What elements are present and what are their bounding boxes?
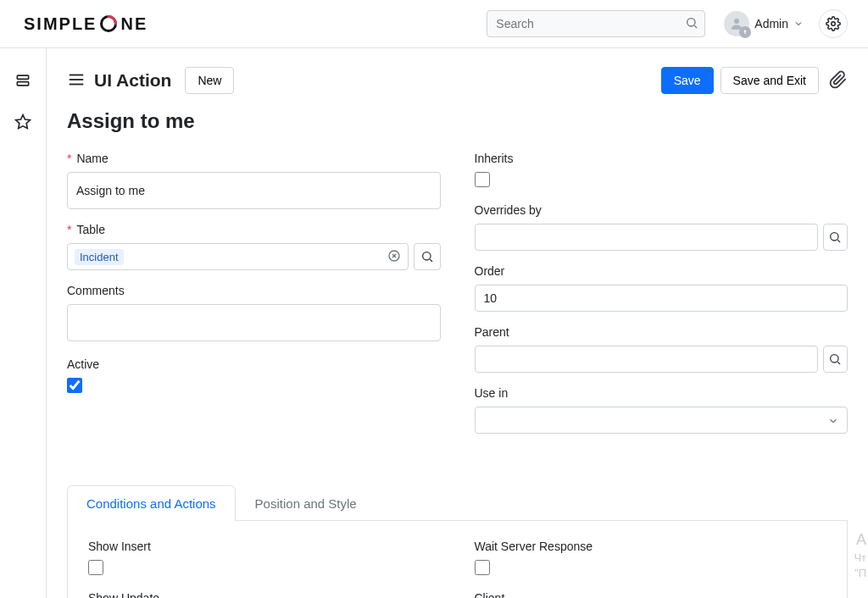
- search-icon: [828, 230, 842, 244]
- parent-lookup-button[interactable]: [823, 346, 848, 373]
- inherits-label: Inherits: [475, 152, 849, 165]
- gear-icon: [826, 16, 841, 31]
- svg-line-15: [430, 259, 432, 262]
- global-header: SIMPLE NE Admin: [0, 0, 868, 48]
- tab-conditions[interactable]: Conditions and Actions: [67, 485, 236, 521]
- settings-button[interactable]: [819, 9, 848, 38]
- entity-title: UI Action: [94, 70, 171, 91]
- svg-line-2: [694, 25, 697, 28]
- parent-field[interactable]: [475, 346, 818, 373]
- table-field[interactable]: Incident: [67, 243, 409, 270]
- ghost-overlay: А Чт "П: [854, 529, 866, 582]
- overrides-field[interactable]: [475, 224, 818, 251]
- brand-logo: SIMPLE NE: [24, 14, 147, 34]
- page-title: Assign to me: [67, 109, 848, 133]
- search-icon: [828, 352, 842, 366]
- attachment-button[interactable]: [829, 70, 848, 91]
- search-input[interactable]: [487, 10, 705, 37]
- active-checkbox[interactable]: [67, 378, 82, 393]
- order-field[interactable]: [475, 285, 849, 312]
- use-in-select[interactable]: [475, 407, 849, 434]
- clear-icon[interactable]: [387, 249, 401, 265]
- search-icon: [685, 16, 698, 32]
- svg-point-1: [687, 19, 695, 26]
- svg-rect-6: [17, 82, 28, 86]
- order-label: Order: [475, 264, 849, 278]
- wait-server-label: Wait Server Response: [475, 540, 827, 553]
- client-label: Client: [475, 591, 827, 598]
- main-content: UI Action New Save Save and Exit Assign …: [47, 48, 868, 598]
- parent-label: Parent: [475, 325, 849, 339]
- lists-icon: [14, 72, 31, 89]
- brand-ring-icon: [98, 14, 119, 34]
- active-label: Active: [67, 357, 441, 371]
- new-button[interactable]: New: [185, 67, 234, 94]
- form: Name Table Incident: [67, 152, 848, 447]
- svg-point-16: [831, 233, 838, 241]
- overrides-label: Overrides by: [475, 203, 849, 217]
- svg-point-3: [734, 19, 739, 24]
- save-exit-button[interactable]: Save and Exit: [721, 67, 819, 94]
- avatar-badge-icon: [739, 26, 751, 38]
- table-lookup-button[interactable]: [414, 243, 441, 270]
- rail-item-favorites[interactable]: [14, 114, 31, 133]
- user-menu[interactable]: Admin: [724, 11, 804, 36]
- tab-panel-conditions: Show Insert Show Update Wait Server Resp…: [67, 521, 848, 598]
- wait-server-checkbox[interactable]: [475, 560, 490, 575]
- svg-point-14: [422, 252, 430, 260]
- form-left-column: Name Table Incident: [67, 152, 441, 447]
- comments-field[interactable]: [67, 304, 441, 341]
- brand-text-left: SIMPLE: [24, 14, 97, 34]
- svg-line-19: [837, 362, 840, 364]
- avatar: [724, 11, 749, 36]
- left-rail: [0, 48, 47, 598]
- search-icon: [420, 250, 434, 263]
- chevron-down-icon: [793, 19, 804, 29]
- table-label: Table: [67, 223, 441, 236]
- ghost-line-3: "П: [854, 566, 866, 581]
- svg-marker-7: [16, 115, 31, 129]
- name-field[interactable]: [67, 172, 441, 209]
- brand-text-right: NE: [120, 14, 147, 34]
- save-button[interactable]: Save: [661, 67, 714, 94]
- user-name: Admin: [754, 17, 788, 30]
- overrides-lookup-button[interactable]: [823, 224, 848, 251]
- tabs: Conditions and Actions Position and Styl…: [67, 484, 848, 521]
- comments-label: Comments: [67, 284, 441, 297]
- hamburger-icon[interactable]: [67, 70, 86, 91]
- record-toolbar: UI Action New Save Save and Exit: [67, 67, 848, 94]
- show-update-label: Show Update: [88, 591, 441, 598]
- svg-line-17: [837, 240, 840, 242]
- rail-item-lists[interactable]: [14, 72, 31, 91]
- inherits-checkbox[interactable]: [475, 172, 490, 187]
- show-insert-label: Show Insert: [88, 540, 441, 553]
- name-label: Name: [67, 152, 441, 165]
- form-right-column: Inherits Overrides by Order: [475, 152, 849, 447]
- svg-point-18: [831, 355, 838, 363]
- ghost-line-2: Чт: [854, 551, 866, 566]
- ghost-line-1: А: [854, 529, 866, 551]
- table-token: Incident: [75, 249, 124, 265]
- paperclip-icon: [829, 70, 848, 89]
- global-search: [487, 10, 705, 37]
- svg-rect-5: [17, 75, 28, 79]
- svg-point-4: [832, 22, 836, 26]
- use-in-label: Use in: [475, 386, 849, 400]
- show-insert-checkbox[interactable]: [88, 560, 103, 575]
- tab-position[interactable]: Position and Style: [236, 485, 376, 521]
- star-icon: [14, 114, 31, 130]
